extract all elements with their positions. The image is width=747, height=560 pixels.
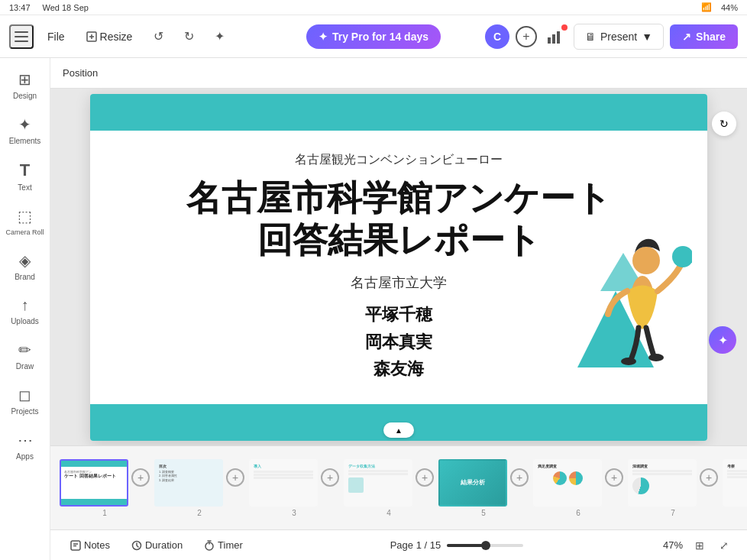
analytics-button[interactable] (543, 24, 568, 49)
sidebar-label-camera-roll: Camera Roll (5, 228, 44, 236)
svg-point-9 (632, 247, 660, 274)
resize-button[interactable]: Resize (79, 28, 141, 46)
author1: 平塚千穂 (186, 301, 611, 328)
duration-button[interactable]: Duration (124, 536, 190, 554)
bottom-toolbar: Notes Duration Timer Page 1 / 15 (50, 529, 747, 560)
sidebar-item-apps[interactable]: ⋯ Apps (2, 425, 48, 467)
thumbnail-7[interactable]: 深堀調査 (628, 459, 697, 507)
thumb-num-7: 7 (671, 509, 675, 517)
sidebar-item-projects[interactable]: ◻ Projects (2, 380, 48, 422)
thumb-num-4: 4 (386, 509, 391, 517)
slide-subtitle: 名古屋観光コンベンションビューロー (186, 152, 611, 168)
user-avatar[interactable]: C (485, 24, 509, 49)
add-button[interactable]: + (516, 26, 537, 47)
sidebar-label-draw: Draw (16, 362, 34, 371)
thumb-num-3: 3 (292, 509, 296, 517)
thumb-item-6: 満足度調査 + 6 (533, 459, 623, 517)
zoom-control: 47% (663, 539, 683, 551)
sidebar-label-apps: Apps (16, 452, 34, 461)
thumb-item-3: 導入 + 3 (249, 459, 339, 517)
svg-point-13 (648, 354, 664, 361)
text-icon: T (20, 160, 30, 180)
draw-icon: ✏ (18, 341, 31, 359)
share-button[interactable]: ↗ Share (670, 24, 738, 49)
add-slide-after-4[interactable]: + (416, 468, 434, 487)
add-slide-after-3[interactable]: + (321, 468, 339, 487)
refresh-button[interactable]: ↻ (712, 112, 736, 136)
add-slide-after-6[interactable]: + (605, 468, 623, 487)
sidebar-label-uploads: Uploads (11, 317, 39, 325)
zoom-percent: 47% (663, 539, 683, 551)
page-slider[interactable] (447, 544, 523, 547)
slide-authors: 平塚千穂 岡本真実 森友海 (186, 301, 611, 382)
status-bar: 13:47 Wed 18 Sep 📶 44% (0, 0, 747, 15)
thumbnail-2[interactable]: 目次 1. 調査概要2. 回答者属性3. 調査結果 (154, 459, 223, 507)
add-slide-after-2[interactable]: + (226, 468, 244, 487)
thumbnail-4[interactable]: データ収集方法 (344, 459, 412, 507)
canvas-wrapper: 名古屋観光コンベンションビューロー 名古屋市科学館アンケート 回答結果レポート … (50, 89, 747, 445)
redo-button[interactable]: ↻ (176, 24, 201, 49)
wifi-icon: 📶 (701, 2, 712, 12)
view-toggle: ⊞ ⤢ (689, 535, 735, 556)
position-bar: Position (50, 58, 747, 89)
svg-rect-6 (557, 31, 560, 44)
thumbnail-3[interactable]: 導入 (249, 459, 318, 507)
thumb-num-2: 2 (197, 509, 202, 517)
thumb-item-5: 結果分析 + 5 (438, 459, 529, 517)
design-icon: ⊞ (18, 70, 31, 89)
author2: 岡本真実 (186, 329, 611, 355)
undo-button[interactable]: ↺ (146, 24, 170, 49)
present-button[interactable]: 🖥 Present ▼ (574, 24, 664, 50)
thumb-num-5: 5 (481, 509, 486, 517)
svg-rect-5 (552, 34, 555, 44)
file-button[interactable]: File (40, 28, 73, 46)
sidebar-item-camera-roll[interactable]: ⬚ Camera Roll (2, 201, 48, 242)
thumb-item-4: データ収集方法 + 4 (344, 459, 434, 517)
magic-sparkle-button[interactable]: ✦ (709, 326, 736, 354)
thumbnail-1[interactable]: 名古屋市科学館アン ケート 回答結果レポート (60, 459, 128, 507)
sidebar-item-draw[interactable]: ✏ Draw (2, 335, 48, 377)
sidebar-label-projects: Projects (11, 407, 38, 416)
add-slide-after-1[interactable]: + (131, 468, 150, 487)
brand-icon: ◈ (19, 251, 31, 270)
thumb-item-1: 名古屋市科学館アン ケート 回答結果レポート + 1 (60, 459, 150, 517)
hide-panel-button[interactable]: ▲ (383, 422, 414, 438)
projects-icon: ◻ (18, 386, 31, 404)
magic-button[interactable]: ✦ (207, 24, 231, 49)
svg-rect-0 (15, 31, 28, 33)
date: Wed 18 Sep (43, 3, 89, 12)
resize-label: Resize (100, 31, 133, 43)
add-slide-after-7[interactable]: + (700, 468, 718, 487)
apps-icon: ⋯ (18, 431, 33, 449)
expand-button[interactable]: ⤢ (713, 535, 735, 556)
svg-rect-2 (15, 40, 28, 42)
monitor-icon: 🖥 (585, 31, 596, 43)
try-pro-button[interactable]: ✦ Try Pro for 14 days (306, 24, 441, 49)
thumbnail-6[interactable]: 満足度調査 (533, 459, 602, 507)
add-slide-after-5[interactable]: + (510, 468, 529, 487)
try-pro-label: Try Pro for 14 days (332, 31, 428, 43)
position-label: Position (63, 67, 98, 79)
sidebar-item-text[interactable]: T Text (2, 154, 48, 198)
sidebar-item-design[interactable]: ⊞ Design (2, 64, 48, 106)
notes-button[interactable]: Notes (63, 536, 118, 554)
thumbnail-8[interactable]: 考察 (723, 459, 747, 507)
menu-button[interactable] (9, 24, 34, 49)
notes-icon (70, 540, 81, 551)
sidebar-item-uploads[interactable]: ↑ Uploads (2, 290, 48, 332)
timer-icon (204, 540, 215, 551)
grid-view-button[interactable]: ⊞ (689, 535, 710, 556)
page-label: Page 1 / 15 (390, 539, 441, 551)
timer-button[interactable]: Timer (196, 536, 251, 554)
author3: 森友海 (186, 355, 611, 382)
sidebar-item-brand[interactable]: ◈ Brand (2, 245, 48, 287)
slide-canvas[interactable]: 名古屋観光コンベンションビューロー 名古屋市科学館アンケート 回答結果レポート … (90, 94, 707, 441)
thumb-num-1: 1 (102, 509, 107, 517)
thumb-item-8: 考察 + 8 (723, 459, 747, 517)
sidebar-item-elements[interactable]: ✦ Elements (2, 109, 48, 151)
slide-title: 名古屋市科学館アンケート 回答結果レポート (186, 177, 611, 261)
slide-illustration (555, 215, 692, 367)
duration-icon (131, 540, 142, 551)
sidebar-label-elements: Elements (9, 137, 41, 145)
thumbnail-5[interactable]: 結果分析 (438, 459, 507, 507)
